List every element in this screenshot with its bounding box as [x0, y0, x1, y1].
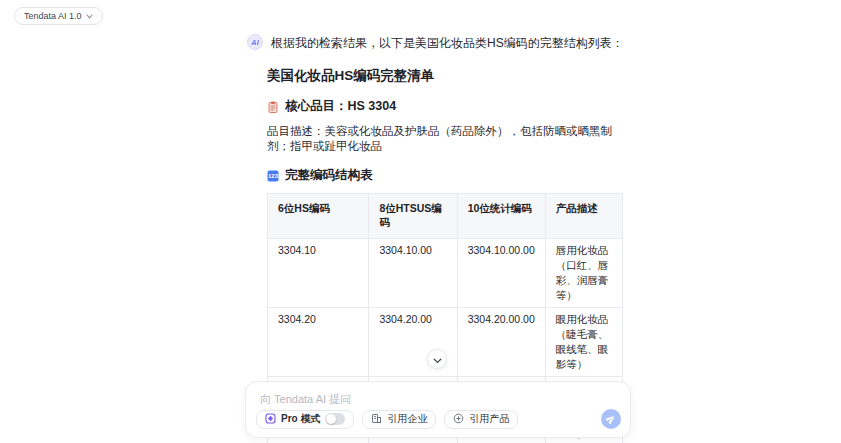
chat-input[interactable]: [246, 382, 630, 412]
pro-mode-toggle[interactable]: [325, 413, 345, 425]
table-cell: 唇用化妆品（口红、唇彩、润唇膏等）: [545, 239, 622, 308]
pro-mode-label: Pro 模式: [281, 412, 320, 426]
table-header-cell: 6位HS编码: [268, 194, 369, 239]
table-section-heading: 123 完整编码结构表: [267, 167, 624, 184]
chevron-down-icon: [86, 14, 93, 19]
chevron-down-icon: [433, 350, 442, 368]
clipboard-icon: [267, 101, 279, 113]
model-selector[interactable]: Tendata AI 1.0: [14, 7, 103, 25]
core-section-heading-label: 核心品目：HS 3304: [285, 98, 396, 115]
pro-mode-button[interactable]: Pro 模式: [256, 410, 354, 429]
cite-company-label: 引用企业: [387, 412, 427, 426]
table-header-row: 6位HS编码8位HTSUS编码10位统计编码产品描述: [268, 194, 623, 239]
message-intro-text: 根据我的检索结果，以下是美国化妆品类HS编码的完整结构列表：: [271, 34, 624, 51]
numbers-icon: 123: [267, 170, 279, 182]
table-cell: 3304.20: [268, 308, 369, 377]
table-row: 3304.203304.20.003304.20.00.00眼用化妆品（睫毛膏、…: [268, 308, 623, 377]
pro-mode-icon: [265, 413, 276, 426]
send-button[interactable]: [601, 409, 621, 429]
scroll-down-button[interactable]: [427, 349, 447, 369]
chat-composer: Pro 模式 引用企业 引用产品: [245, 381, 631, 438]
core-section-description: 品目描述：美容或化妆品及护肤品（药品除外），包括防晒或晒黑制剂；指甲或趾甲化妆品: [267, 124, 624, 154]
table-cell: 3304.10: [268, 239, 369, 308]
send-icon: [606, 410, 616, 428]
building-icon: [371, 413, 382, 426]
table-cell: 3304.10.00: [369, 239, 457, 308]
core-section-heading: 核心品目：HS 3304: [267, 98, 624, 115]
table-row: 3304.103304.10.003304.10.00.00唇用化妆品（口红、唇…: [268, 239, 623, 308]
table-header-cell: 8位HTSUS编码: [369, 194, 457, 239]
table-section-heading-label: 完整编码结构表: [285, 167, 373, 184]
cite-company-button[interactable]: 引用企业: [362, 410, 436, 429]
document-title: 美国化妆品HS编码完整清单: [267, 67, 624, 85]
table-cell: 3304.10.00.00: [457, 239, 545, 308]
table-header-cell: 10位统计编码: [457, 194, 545, 239]
table-header-cell: 产品描述: [545, 194, 622, 239]
ai-avatar: AI: [247, 34, 263, 50]
circle-plus-icon: [453, 413, 464, 426]
table-cell: 眼用化妆品（睫毛膏、眼线笔、眼影等）: [545, 308, 622, 377]
model-selector-label: Tendata AI 1.0: [24, 11, 82, 21]
table-cell: 3304.20.00.00: [457, 308, 545, 377]
svg-text:123: 123: [268, 173, 279, 179]
cite-product-button[interactable]: 引用产品: [444, 410, 518, 429]
cite-product-label: 引用产品: [469, 412, 509, 426]
